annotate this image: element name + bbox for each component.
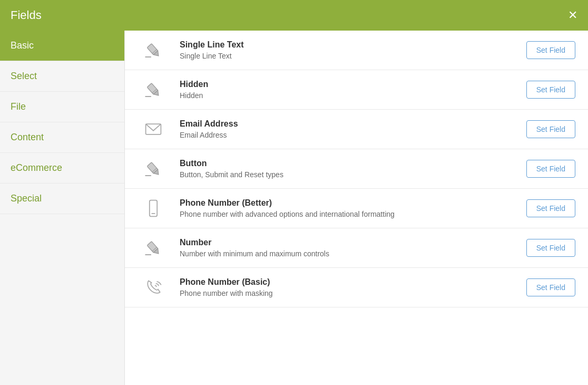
set-field-button[interactable]: Set Field bbox=[526, 199, 575, 217]
field-name: Button bbox=[180, 159, 516, 168]
field-row: Email AddressEmail AddressSet Field bbox=[125, 110, 588, 149]
pencil-icon bbox=[138, 41, 169, 60]
sidebar-item-file[interactable]: File bbox=[0, 92, 124, 122]
field-info: ButtonButton, Submit and Reset types bbox=[169, 159, 526, 179]
set-field-button[interactable]: Set Field bbox=[526, 41, 575, 59]
field-desc: Phone number with masking bbox=[180, 289, 516, 297]
field-desc: Hidden bbox=[180, 91, 516, 100]
set-field-button[interactable]: Set Field bbox=[526, 81, 575, 99]
phone-icon bbox=[138, 278, 169, 297]
field-desc: Phone number with advanced options and i… bbox=[180, 210, 516, 218]
field-info: Single Line TextSingle Line Text bbox=[169, 40, 526, 60]
close-button[interactable]: ✕ bbox=[568, 9, 577, 21]
field-name: Single Line Text bbox=[180, 40, 516, 50]
field-row: NumberNumber with minimum and maximum co… bbox=[125, 228, 588, 268]
sidebar-item-content[interactable]: Content bbox=[0, 122, 124, 153]
envelope-icon bbox=[138, 120, 169, 139]
field-row: Phone Number (Basic)Phone number with ma… bbox=[125, 268, 588, 307]
mobile-icon bbox=[138, 199, 169, 218]
modal-body: BasicSelectFileContenteCommerceSpecial S… bbox=[0, 31, 588, 385]
field-row: Single Line TextSingle Line TextSet Fiel… bbox=[125, 31, 588, 70]
set-field-button[interactable]: Set Field bbox=[526, 278, 575, 296]
set-field-button[interactable]: Set Field bbox=[526, 239, 575, 257]
modal-header: Fields ✕ bbox=[0, 0, 588, 31]
field-row: HiddenHiddenSet Field bbox=[125, 70, 588, 110]
field-name: Phone Number (Better) bbox=[180, 198, 516, 208]
field-info: Phone Number (Basic)Phone number with ma… bbox=[169, 277, 526, 297]
field-name: Email Address bbox=[180, 119, 516, 129]
field-name: Phone Number (Basic) bbox=[180, 277, 516, 287]
fields-content: Single Line TextSingle Line TextSet Fiel… bbox=[125, 31, 588, 385]
field-desc: Number with minimum and maximum controls bbox=[180, 249, 516, 258]
field-info: Email AddressEmail Address bbox=[169, 119, 526, 139]
field-desc: Email Address bbox=[180, 131, 516, 139]
set-field-button[interactable]: Set Field bbox=[526, 160, 575, 178]
field-info: HiddenHidden bbox=[169, 80, 526, 100]
sidebar-item-select[interactable]: Select bbox=[0, 61, 124, 92]
pencil-icon bbox=[138, 238, 169, 257]
sidebar: BasicSelectFileContenteCommerceSpecial bbox=[0, 31, 125, 385]
modal-fields: Fields ✕ BasicSelectFileContenteCommerce… bbox=[0, 0, 588, 385]
field-name: Hidden bbox=[180, 80, 516, 89]
sidebar-item-ecommerce[interactable]: eCommerce bbox=[0, 153, 124, 184]
sidebar-item-basic[interactable]: Basic bbox=[0, 31, 124, 61]
set-field-button[interactable]: Set Field bbox=[526, 120, 575, 138]
field-desc: Single Line Text bbox=[180, 52, 516, 60]
sidebar-item-special[interactable]: Special bbox=[0, 184, 124, 214]
field-info: NumberNumber with minimum and maximum co… bbox=[169, 238, 526, 258]
modal-title: Fields bbox=[11, 8, 42, 22]
field-desc: Button, Submit and Reset types bbox=[180, 170, 516, 179]
field-info: Phone Number (Better)Phone number with a… bbox=[169, 198, 526, 218]
field-name: Number bbox=[180, 238, 516, 247]
field-row: ButtonButton, Submit and Reset typesSet … bbox=[125, 149, 588, 189]
pencil-icon bbox=[138, 80, 169, 99]
pencil-icon bbox=[138, 159, 169, 178]
field-row: Phone Number (Better)Phone number with a… bbox=[125, 189, 588, 228]
